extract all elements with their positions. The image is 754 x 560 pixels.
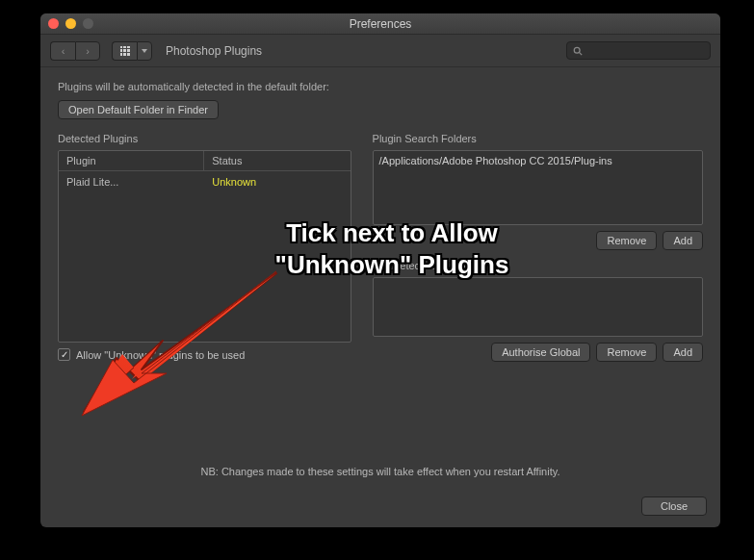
search-folders-list[interactable]: /Applications/Adobe Photoshop CC 2015/Pl… <box>373 150 703 225</box>
close-button[interactable]: Close <box>641 496 707 516</box>
preferences-window: Preferences ‹ › Photoshop Plugins <box>40 13 720 527</box>
allow-unknown-label: Allow "Unknown" plugins to be used <box>76 349 245 361</box>
content: Plugins will be automatically detected i… <box>40 67 720 487</box>
titlebar: Preferences <box>40 13 720 35</box>
restart-note: NB: Changes made to these settings will … <box>58 466 703 477</box>
back-button[interactable]: ‹ <box>50 41 75 61</box>
toolbar: ‹ › Photoshop Plugins <box>40 35 720 67</box>
chevron-left-icon: ‹ <box>62 45 65 57</box>
grid-icon <box>120 46 130 56</box>
forward-button[interactable]: › <box>75 41 100 61</box>
footer: Close <box>40 487 720 527</box>
auto-detect-hint: Plugins will be automatically detected i… <box>58 81 703 92</box>
svg-point-0 <box>574 47 580 53</box>
chevron-right-icon: › <box>86 45 90 57</box>
search-folders-label: Plugin Search Folders <box>373 133 703 144</box>
col-plugin[interactable]: Plugin <box>59 151 204 170</box>
cell-plugin: Plaid Lite... <box>59 171 204 192</box>
detected-plugins-table: Plugin Status Plaid Lite... Unknown <box>58 150 351 343</box>
remove-autodetect-button[interactable]: Remove <box>596 343 657 362</box>
remove-folder-button[interactable]: Remove <box>596 231 657 250</box>
chevron-down-icon <box>142 49 147 53</box>
minimize-window-icon[interactable] <box>65 18 76 29</box>
nav-group: ‹ › <box>50 41 100 61</box>
cell-status: Unknown <box>204 171 350 192</box>
zoom-window-icon[interactable] <box>83 18 93 29</box>
authorise-global-button[interactable]: Authorise Global <box>491 343 590 362</box>
add-folder-button[interactable]: Add <box>663 231 703 250</box>
grid-view-button[interactable] <box>112 41 137 61</box>
allow-unknown-checkbox[interactable] <box>58 348 70 361</box>
autodetect-label: Autodetected plugin … <box>373 260 703 271</box>
col-status[interactable]: Status <box>204 151 350 170</box>
detected-plugins-label: Detected Plugins <box>58 133 351 144</box>
window-controls <box>48 18 93 29</box>
table-header-row: Plugin Status <box>59 151 351 171</box>
table-row[interactable]: Plaid Lite... Unknown <box>59 171 351 192</box>
close-window-icon[interactable] <box>48 18 59 29</box>
search-input[interactable] <box>566 41 711 60</box>
search-icon <box>573 46 583 56</box>
add-autodetect-button[interactable]: Add <box>663 343 703 362</box>
window-title: Preferences <box>350 17 412 31</box>
autodetect-list[interactable] <box>373 277 703 337</box>
view-dropdown-button[interactable] <box>137 41 152 61</box>
breadcrumb: Photoshop Plugins <box>166 44 262 58</box>
list-item[interactable]: /Applications/Adobe Photoshop CC 2015/Pl… <box>379 155 696 166</box>
view-group <box>112 41 152 61</box>
open-default-folder-button[interactable]: Open Default Folder in Finder <box>58 100 219 119</box>
svg-line-1 <box>580 52 583 55</box>
